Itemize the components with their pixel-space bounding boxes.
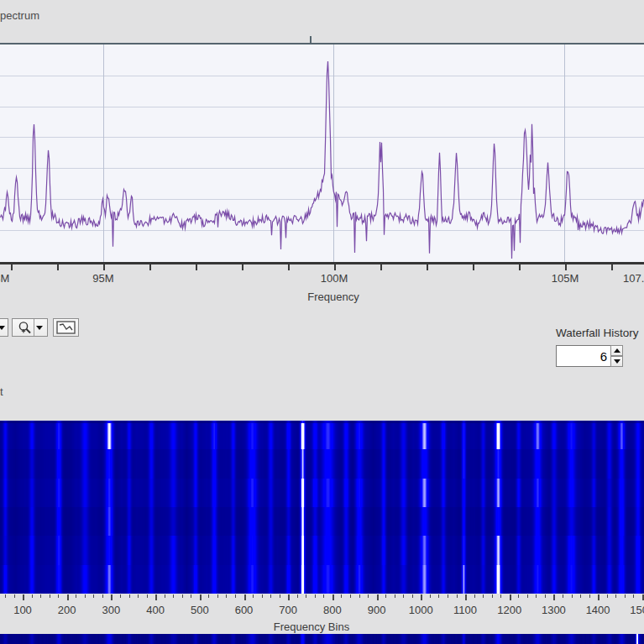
tick-mark — [615, 594, 616, 598]
tick-mark — [102, 594, 103, 598]
tick-mark — [633, 594, 634, 598]
tick-mark — [395, 594, 395, 598]
waterfall-x-axis-title: Frequency Bins — [274, 620, 349, 633]
tick-mark — [14, 594, 15, 598]
axis-tick-label: 100M — [321, 272, 348, 285]
tick-mark — [510, 594, 511, 600]
axis-tick-label: 1500 — [630, 604, 644, 616]
tick-mark — [500, 594, 501, 598]
axis-tick-label: 105M — [552, 272, 579, 285]
axis-tick-label: 1300 — [542, 604, 566, 616]
tick-mark — [350, 594, 351, 598]
tick-mark — [545, 594, 546, 598]
spectrum-trace-canvas[interactable] — [0, 45, 644, 262]
tick-mark — [147, 594, 148, 598]
plot-top-marker — [310, 36, 312, 43]
waterfall-history-input[interactable] — [556, 345, 612, 367]
tick-mark — [182, 594, 183, 598]
axis-tick-label: 100 — [13, 604, 32, 616]
tick-mark — [483, 594, 484, 598]
tick-mark — [421, 594, 422, 600]
tick-mark — [572, 594, 573, 598]
tick-mark — [76, 594, 76, 598]
tick-mark — [565, 264, 567, 270]
tick-mark — [553, 594, 555, 600]
axis-tick-label: 500 — [191, 604, 209, 616]
tick-mark — [341, 594, 342, 598]
spectrum-x-tick-labels: 95M100M105M93M107.5M — [0, 272, 644, 285]
window-title-partial: pectrum — [0, 9, 39, 22]
tick-mark — [288, 594, 290, 600]
tick-mark — [427, 264, 428, 270]
tick-mark — [32, 594, 33, 598]
down-arrow-icon — [614, 359, 620, 364]
tick-mark — [120, 594, 121, 598]
tick-mark — [580, 594, 581, 598]
tick-mark — [85, 594, 86, 598]
tick-mark — [155, 594, 157, 600]
tick-mark — [589, 594, 590, 598]
tick-mark — [315, 594, 316, 598]
axis-tick-label-partial: 93M — [0, 272, 9, 285]
tick-mark — [226, 594, 227, 598]
tick-mark — [138, 594, 139, 598]
tick-mark — [438, 594, 439, 598]
tick-mark — [5, 594, 6, 598]
tick-mark — [196, 264, 197, 270]
tick-mark — [262, 594, 263, 598]
axis-tick-label: 800 — [323, 604, 342, 616]
graph-tool-button-partial[interactable] — [0, 318, 8, 337]
axis-tick-label: 300 — [102, 604, 121, 616]
dropdown-arrow-icon — [0, 326, 5, 330]
tick-mark — [430, 594, 431, 598]
spectrum-x-axis-title: Frequency — [307, 291, 359, 303]
tick-mark — [380, 264, 382, 270]
zoom-tool-button[interactable] — [12, 318, 48, 337]
tick-mark — [253, 594, 254, 598]
tick-mark — [518, 594, 519, 598]
tick-mark — [165, 594, 165, 598]
axis-tick-label: 1200 — [497, 604, 521, 616]
tick-mark — [598, 594, 599, 600]
tick-mark — [368, 594, 369, 598]
axis-tick-label: 600 — [235, 604, 254, 616]
tick-mark — [11, 264, 13, 270]
waterfall-history-decrement-button[interactable] — [610, 356, 623, 367]
spectrum-x-ticks — [0, 264, 644, 271]
tick-mark — [242, 264, 243, 270]
tick-mark — [457, 594, 458, 598]
tick-mark — [306, 594, 306, 598]
axis-tick-label: 900 — [368, 604, 386, 616]
tick-mark — [465, 594, 467, 600]
autoscale-tool-button[interactable] — [53, 318, 79, 337]
axis-tick-label: 700 — [279, 604, 297, 616]
waterfall-history-label: Waterfall History — [556, 327, 639, 339]
tick-mark — [385, 594, 386, 598]
tick-mark — [334, 264, 336, 270]
app-window: pectrum 95M100M105M93M107.5M Frequency — [0, 0, 644, 644]
magnifier-plus-icon — [18, 321, 32, 335]
tick-mark — [129, 594, 130, 598]
tick-mark — [50, 594, 50, 598]
tick-mark — [217, 594, 218, 598]
tick-mark — [642, 594, 644, 600]
waterfall-history-increment-button[interactable] — [610, 345, 623, 356]
tick-mark — [208, 594, 209, 598]
tick-mark — [473, 264, 474, 270]
tick-mark — [111, 594, 113, 600]
graph-box-icon — [56, 321, 76, 334]
bottom-intensity-strip — [0, 634, 644, 644]
tick-mark — [93, 594, 94, 598]
waterfall-plot-canvas[interactable] — [0, 421, 644, 594]
tick-mark — [607, 594, 608, 598]
spectrum-plot-area[interactable] — [0, 45, 644, 262]
tick-mark — [244, 594, 246, 600]
waterfall-x-tick-labels: 1002003004005006007008009001000110012001… — [0, 604, 644, 617]
tick-mark — [563, 594, 563, 598]
tick-mark — [412, 594, 413, 598]
tick-mark — [23, 594, 24, 600]
tick-mark — [377, 594, 379, 600]
axis-tick-label: 200 — [58, 604, 76, 616]
dropdown-arrow-icon[interactable] — [36, 326, 43, 330]
axis-tick-label: 400 — [146, 604, 165, 616]
